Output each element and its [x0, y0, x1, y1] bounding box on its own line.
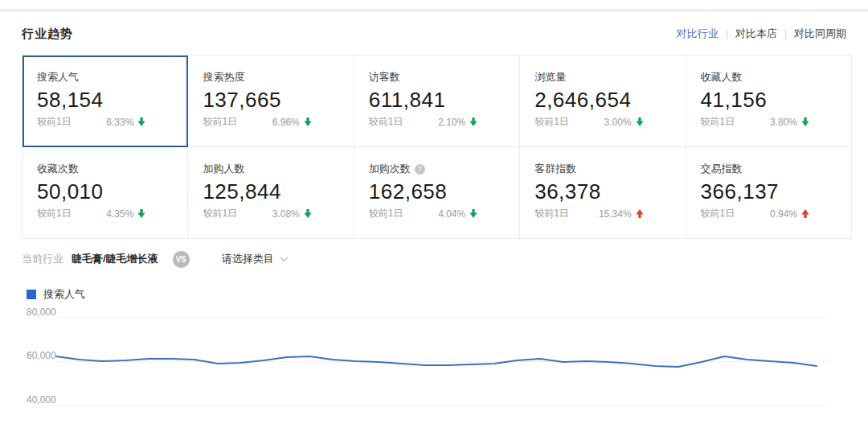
- arrow-down-icon: [801, 117, 809, 126]
- change-percent: 15.34%: [599, 208, 632, 220]
- current-industry-value: 睫毛膏/睫毛增长液: [72, 252, 158, 266]
- chevron-down-icon: [280, 257, 289, 262]
- metric-label: 搜索热度: [203, 70, 244, 84]
- trend-chart: 搜索人气 80,000 60,000 40,000: [22, 283, 852, 432]
- category-select[interactable]: 请选择类目: [222, 252, 289, 266]
- compare-label: 较前1日: [534, 207, 569, 220]
- metric-card-page-views[interactable]: 浏览量 2,646,654 较前1日 3.00%: [520, 56, 686, 147]
- panel-header: 行业趋势 对比行业 | 对比本店 | 对比同周期: [22, 25, 854, 43]
- metric-value: 162,658: [369, 179, 519, 204]
- compare-label: 较前1日: [701, 115, 735, 129]
- help-icon[interactable]: ?: [415, 164, 425, 175]
- compare-label: 较前1日: [203, 115, 237, 129]
- change-percent: 4.35%: [106, 208, 133, 220]
- tab-compare-period[interactable]: 对比同周期: [787, 27, 854, 41]
- compare-label: 较前1日: [369, 207, 403, 220]
- vs-badge: VS: [173, 251, 190, 268]
- metric-card-search-popularity[interactable]: 搜索人气 58,154 较前1日 6.33%: [23, 56, 188, 147]
- change-percent: 3.80%: [770, 117, 797, 128]
- metric-card-search-heat[interactable]: 搜索热度 137,665 较前1日 6.96%: [188, 56, 354, 147]
- compare-label: 较前1日: [37, 115, 72, 129]
- compare-label: 较前1日: [369, 115, 403, 129]
- arrow-down-icon: [304, 209, 312, 218]
- metric-value: 58,154: [37, 88, 187, 113]
- compare-tabs: 对比行业 | 对比本店 | 对比同周期: [669, 27, 854, 41]
- arrow-up-icon: [801, 209, 809, 218]
- metric-card-favorite-users[interactable]: 收藏人数 41,156 较前1日 3.80%: [686, 56, 852, 147]
- arrow-up-icon: [636, 209, 644, 218]
- metric-value: 41,156: [701, 88, 851, 113]
- trend-line-svg: [22, 283, 852, 432]
- category-select-placeholder: 请选择类目: [222, 252, 274, 266]
- metric-label: 客群指数: [534, 162, 576, 176]
- metric-card-customer-index[interactable]: 客群指数 36,378 较前1日 15.34%: [520, 147, 686, 239]
- arrow-down-icon: [137, 209, 145, 218]
- metric-label: 加购人数: [203, 162, 244, 176]
- tab-compare-shop[interactable]: 对比本店: [728, 27, 784, 41]
- metric-value: 36,378: [534, 179, 685, 204]
- metric-label: 浏览量: [534, 70, 566, 84]
- compare-label: 较前1日: [534, 115, 569, 129]
- metric-card-visitors[interactable]: 访客数 611,841 较前1日 2.10%: [354, 56, 520, 147]
- arrow-down-icon: [304, 117, 312, 126]
- change-percent: 4.04%: [438, 208, 465, 220]
- industry-filter-row: 当前行业 睫毛膏/睫毛增长液 VS 请选择类目: [22, 250, 289, 268]
- metric-card-cart-users[interactable]: 加购人数 125,844 较前1日 3.08%: [188, 147, 354, 239]
- industry-trend-page: { "header": { "title": "行业趋势", "tabs": […: [0, 0, 868, 432]
- change-percent: 6.96%: [272, 117, 300, 128]
- metric-label: 访客数: [369, 70, 400, 84]
- compare-label: 较前1日: [37, 207, 72, 220]
- tab-compare-industry[interactable]: 对比行业: [669, 27, 726, 41]
- change-percent: 3.08%: [272, 208, 300, 220]
- metric-label: 交易指数: [701, 162, 743, 176]
- change-percent: 0.94%: [770, 208, 797, 220]
- current-industry-label: 当前行业: [22, 252, 63, 266]
- change-percent: 2.10%: [438, 117, 465, 128]
- metric-label: 加购次数: [369, 162, 411, 176]
- metric-label: 搜索人气: [37, 70, 79, 84]
- metric-value: 125,844: [203, 179, 353, 204]
- arrow-down-icon: [469, 209, 477, 218]
- metric-label: 收藏人数: [701, 70, 743, 84]
- arrow-down-icon: [137, 117, 145, 126]
- arrow-down-icon: [469, 117, 477, 126]
- metric-value: 366,137: [701, 179, 851, 204]
- change-percent: 6.33%: [106, 117, 133, 128]
- metric-label: 收藏次数: [37, 162, 79, 176]
- metric-value: 50,010: [37, 179, 187, 204]
- change-percent: 3.00%: [604, 117, 632, 128]
- metric-value: 611,841: [369, 88, 519, 113]
- compare-label: 较前1日: [701, 207, 735, 220]
- top-divider-strip: [0, 9, 868, 12]
- metric-value: 2,646,654: [534, 88, 685, 113]
- arrow-down-icon: [636, 117, 644, 126]
- metric-card-favorite-times[interactable]: 收藏次数 50,010 较前1日 4.35%: [23, 147, 188, 239]
- metric-card-cart-times[interactable]: 加购次数 ? 162,658 较前1日 4.04%: [354, 147, 520, 239]
- metric-card-grid: 搜索人气 58,154 较前1日 6.33% 搜索热度 137,665 较前1日…: [22, 55, 852, 239]
- metric-card-transaction-index[interactable]: 交易指数 366,137 较前1日 0.94%: [686, 147, 852, 239]
- metric-value: 137,665: [203, 88, 353, 113]
- page-title: 行业趋势: [22, 27, 73, 42]
- compare-label: 较前1日: [203, 207, 237, 220]
